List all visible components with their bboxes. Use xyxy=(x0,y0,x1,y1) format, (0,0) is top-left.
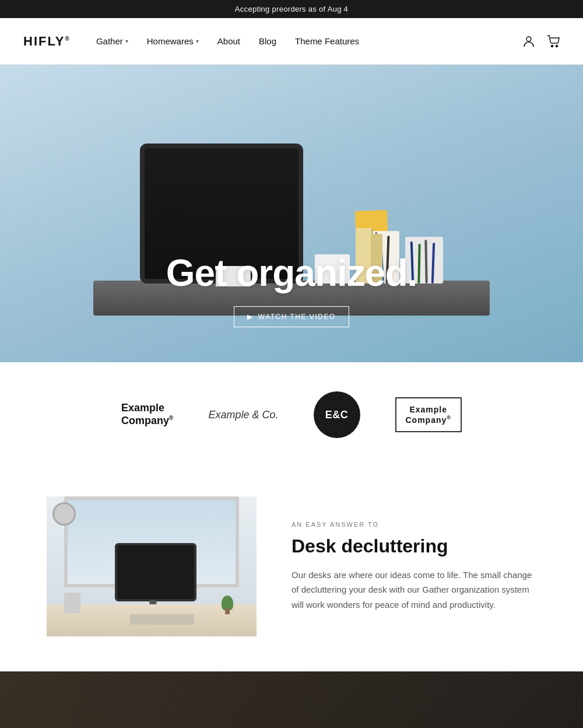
header-right xyxy=(522,35,560,48)
logo[interactable]: HIFLY® xyxy=(23,34,71,49)
monitor xyxy=(115,543,196,601)
cart-icon[interactable] xyxy=(547,35,560,48)
watch-video-button[interactable]: ▶ WATCH THE VIDEO xyxy=(234,306,349,327)
nav-item-theme-features[interactable]: Theme Features xyxy=(288,32,366,51)
nav-item-gather[interactable]: Gather ▾ xyxy=(89,32,135,51)
feature-content: AN EASY ANSWER TO Desk decluttering Our … xyxy=(292,521,536,612)
svg-point-2 xyxy=(556,45,558,47)
clock xyxy=(52,502,76,526)
nav-item-homewares[interactable]: Homewares ▾ xyxy=(140,32,206,51)
header-left: HIFLY® Gather ▾ Homewares ▾ About Blog T… xyxy=(23,32,366,51)
nav-item-blog[interactable]: Blog xyxy=(252,32,283,51)
hero-section: Get organized. ▶ WATCH THE VIDEO xyxy=(0,65,583,362)
feature-title: Desk decluttering xyxy=(292,535,536,557)
logo-item-4: ExampleCompany® xyxy=(395,397,462,432)
feature-image xyxy=(47,496,257,636)
logo-item-1: Example Company® xyxy=(121,402,173,427)
logo-item-2: Example & Co. xyxy=(208,409,278,421)
feature-label: AN EASY ANSWER TO xyxy=(292,521,536,528)
logo-strip: Example Company® Example & Co. E&C Examp… xyxy=(0,362,583,467)
announcement-text: Accepting preorders as of Aug 4 xyxy=(235,5,348,13)
hero-title: Get organized. xyxy=(0,251,583,295)
nav-item-about[interactable]: About xyxy=(210,32,247,51)
header: HIFLY® Gather ▾ Homewares ▾ About Blog T… xyxy=(0,18,583,65)
hero-content: Get organized. ▶ WATCH THE VIDEO xyxy=(0,251,583,327)
chevron-down-icon: ▾ xyxy=(196,38,199,44)
feature-section: AN EASY ANSWER TO Desk decluttering Our … xyxy=(0,467,583,671)
feature-description: Our desks are where our ideas come to li… xyxy=(292,568,536,612)
svg-point-1 xyxy=(552,45,553,47)
play-icon: ▶ xyxy=(247,313,254,321)
bottom-section: Everything xyxy=(0,671,583,728)
account-icon[interactable] xyxy=(522,35,535,48)
main-nav: Gather ▾ Homewares ▾ About Blog Theme Fe… xyxy=(89,32,366,51)
announcement-bar: Accepting preorders as of Aug 4 xyxy=(0,0,583,18)
watch-video-label: WATCH THE VIDEO xyxy=(258,313,336,321)
desk-scene xyxy=(47,496,257,636)
chevron-down-icon: ▾ xyxy=(125,38,128,44)
bottom-bg xyxy=(0,671,583,728)
svg-point-0 xyxy=(526,37,531,41)
logo-item-3: E&C xyxy=(314,391,360,438)
